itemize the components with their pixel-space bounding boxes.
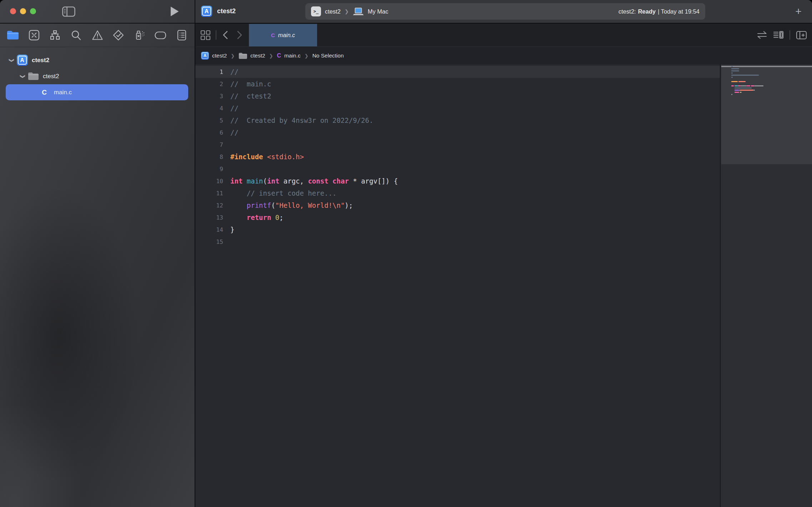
jumpbar-item-label: ctest2 bbox=[212, 52, 227, 59]
line-number[interactable]: 8 bbox=[195, 154, 223, 160]
code-line-12[interactable]: 12 printf("Hello, World!\n"); bbox=[195, 199, 720, 211]
warning-triangle-icon bbox=[92, 30, 103, 40]
add-editor-icon[interactable] bbox=[796, 30, 807, 40]
navigator-tab-strip bbox=[0, 23, 195, 47]
tab-report-navigator[interactable] bbox=[174, 27, 190, 43]
code-review-icon[interactable] bbox=[757, 30, 767, 40]
minimap-code-mark bbox=[738, 85, 741, 86]
jumpbar-item-no-selection[interactable]: No Selection bbox=[312, 52, 344, 59]
tree-item-label: ctest2 bbox=[32, 57, 49, 64]
code-line-8[interactable]: 8#include <stdio.h> bbox=[195, 151, 720, 163]
code-line-6[interactable]: 6// bbox=[195, 126, 720, 139]
editor-options-icon[interactable] bbox=[773, 30, 784, 40]
status-state: Ready bbox=[638, 8, 656, 15]
code-line-13[interactable]: 13 return 0; bbox=[195, 211, 720, 224]
workspace-main: A ctest2 >_ ctest2 ❯ My Mac bbox=[195, 0, 812, 507]
minimap-code-mark bbox=[753, 90, 755, 91]
minimap-code-mark bbox=[741, 85, 746, 86]
minimap-code-mark bbox=[731, 72, 733, 74]
tree-item-label: ctest2 bbox=[43, 73, 59, 80]
line-number[interactable]: 13 bbox=[195, 214, 223, 221]
library-add-button[interactable]: + bbox=[791, 4, 806, 19]
tab-main-c[interactable]: C main.c bbox=[249, 24, 317, 46]
line-number[interactable]: 14 bbox=[195, 226, 223, 233]
scheme-destination[interactable]: My Mac bbox=[368, 8, 389, 15]
jumpbar-item-main.c[interactable]: Cmain.c bbox=[277, 52, 301, 59]
report-document-icon bbox=[177, 30, 187, 41]
line-number[interactable]: 2 bbox=[195, 81, 223, 87]
line-number[interactable]: 12 bbox=[195, 202, 223, 209]
minimap-code-mark bbox=[751, 85, 754, 86]
related-items-icon[interactable] bbox=[200, 30, 211, 40]
tab-test-navigator[interactable] bbox=[111, 27, 126, 43]
line-number[interactable]: 11 bbox=[195, 190, 223, 197]
code-line-10[interactable]: 10int main(int argc, const char * argv[]… bbox=[195, 175, 720, 187]
code-line-2[interactable]: 2// main.c bbox=[195, 78, 720, 90]
jumpbar-item-ctest2[interactable]: Actest2 bbox=[201, 52, 227, 60]
line-number[interactable]: 10 bbox=[195, 178, 223, 185]
code-text: // bbox=[230, 104, 239, 112]
close-button[interactable] bbox=[10, 8, 16, 14]
breakpoint-tag-icon bbox=[155, 31, 166, 40]
minimap-code-mark bbox=[731, 70, 739, 71]
scheme-target[interactable]: ctest2 bbox=[325, 8, 341, 15]
zoom-button[interactable] bbox=[30, 8, 36, 14]
tree-item-ctest2[interactable]: ❯Actest2 bbox=[6, 52, 188, 68]
minimap-code-mark bbox=[731, 85, 734, 86]
line-number[interactable]: 1 bbox=[195, 69, 223, 75]
tab-issue-navigator[interactable] bbox=[90, 27, 105, 43]
line-number[interactable]: 6 bbox=[195, 129, 223, 136]
code-line-11[interactable]: 11 // insert code here... bbox=[195, 187, 720, 199]
line-number[interactable]: 5 bbox=[195, 117, 223, 124]
tree-item-main.c[interactable]: Cmain.c bbox=[6, 84, 188, 100]
toggle-sidebar-button[interactable] bbox=[61, 6, 76, 17]
xcode-project-icon: A bbox=[201, 6, 212, 17]
c-file-icon: C bbox=[271, 32, 275, 38]
disclosure-chevron-icon[interactable]: ❯ bbox=[7, 57, 16, 63]
code-line-1[interactable]: 1// bbox=[195, 66, 720, 78]
hierarchy-icon bbox=[49, 30, 61, 41]
code-line-15[interactable]: 15 bbox=[195, 236, 720, 248]
code-line-3[interactable]: 3// ctest2 bbox=[195, 90, 720, 102]
line-number[interactable]: 9 bbox=[195, 166, 223, 172]
back-button[interactable] bbox=[221, 30, 230, 40]
spray-bottle-icon bbox=[134, 30, 145, 41]
folder-icon bbox=[28, 72, 39, 80]
code-text: // main.c bbox=[230, 80, 271, 88]
line-number[interactable]: 3 bbox=[195, 93, 223, 100]
code-line-4[interactable]: 4// bbox=[195, 102, 720, 114]
minimap-code-mark bbox=[735, 87, 752, 89]
tab-symbol-navigator[interactable] bbox=[47, 27, 63, 43]
minimap-code-mark bbox=[740, 90, 753, 91]
disclosure-chevron-icon[interactable]: ❯ bbox=[18, 74, 27, 79]
code-line-14[interactable]: 14} bbox=[195, 224, 720, 236]
forward-button[interactable] bbox=[235, 30, 244, 40]
source-editor[interactable]: 1//2// main.c3// ctest24//5// Created by… bbox=[195, 64, 720, 507]
line-number[interactable]: 7 bbox=[195, 141, 223, 148]
line-number[interactable]: 4 bbox=[195, 105, 223, 112]
tab-project-navigator[interactable] bbox=[5, 27, 21, 43]
scheme-selector[interactable]: >_ ctest2 ❯ My Mac ctest2: Ready | Today… bbox=[305, 3, 705, 20]
minimap[interactable] bbox=[720, 64, 812, 507]
minimap-code-mark bbox=[731, 81, 738, 82]
tab-breakpoint-navigator[interactable] bbox=[153, 27, 169, 43]
laptop-icon bbox=[353, 7, 364, 16]
tab-debug-navigator[interactable] bbox=[132, 27, 147, 43]
code-text: // ctest2 bbox=[230, 92, 271, 100]
diamond-check-icon bbox=[113, 30, 124, 41]
minimize-button[interactable] bbox=[20, 8, 26, 14]
tree-item-ctest2[interactable]: ❯ctest2 bbox=[6, 68, 188, 84]
code-line-5[interactable]: 5// Created by 4nsw3r on 2022/9/26. bbox=[195, 114, 720, 126]
code-text: } bbox=[230, 226, 234, 234]
code-line-9[interactable]: 9 bbox=[195, 163, 720, 175]
tab-source-control-navigator[interactable] bbox=[26, 27, 42, 43]
tab-find-navigator[interactable] bbox=[68, 27, 84, 43]
code-text: // bbox=[230, 129, 239, 136]
run-button[interactable] bbox=[169, 6, 181, 17]
minimap-current-line bbox=[721, 66, 812, 67]
jumpbar-item-ctest2[interactable]: ctest2 bbox=[239, 52, 265, 59]
sidebar-titlebar bbox=[0, 0, 195, 23]
code-line-7[interactable]: 7 bbox=[195, 139, 720, 151]
line-number[interactable]: 15 bbox=[195, 239, 223, 245]
xcode-project-icon: A bbox=[17, 55, 28, 66]
